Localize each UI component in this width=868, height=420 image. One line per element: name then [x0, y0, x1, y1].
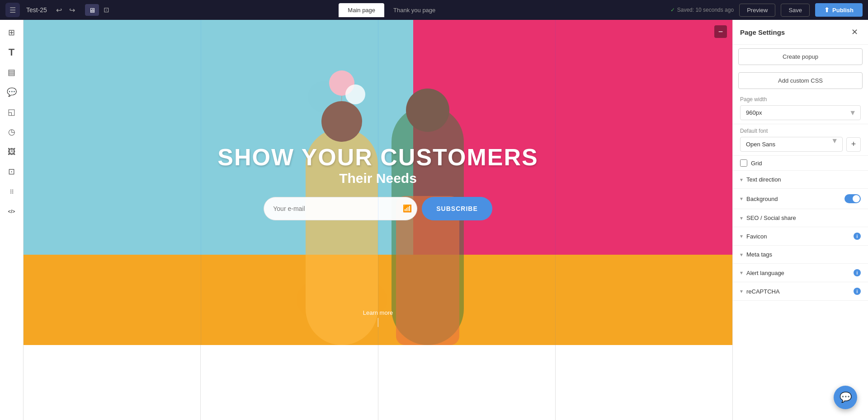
font-select-wrap: Open Sans Roboto Lato ▼	[740, 137, 843, 152]
device-selector: 🖥 ⊡	[85, 4, 113, 16]
recaptcha-section: ▾ reCAPTCHA i	[733, 282, 868, 301]
page-tabs: Main page Thank you page	[118, 3, 666, 17]
favicon-info-icon: i	[854, 233, 861, 240]
alert-language-section: ▾ Alert language i	[733, 264, 868, 282]
redo-button[interactable]: ↪	[66, 4, 78, 16]
preview-button[interactable]: Preview	[739, 4, 775, 17]
recaptcha-header[interactable]: ▾ reCAPTCHA i	[733, 282, 868, 300]
column-4	[556, 345, 732, 420]
meta-tags-header[interactable]: ▾ Meta tags	[733, 246, 868, 263]
panel-title: Page Settings	[740, 28, 785, 36]
sidebar-timer-button[interactable]: ◷	[3, 123, 21, 141]
alert-language-header[interactable]: ▾ Alert language i	[733, 264, 868, 282]
project-name: Test-25	[26, 6, 47, 14]
page-width-select[interactable]: 960px 1200px 1440px	[740, 105, 861, 120]
meta-tags-title: Meta tags	[746, 251, 861, 258]
publish-icon: ⬆	[824, 6, 830, 14]
logo: ☰	[5, 3, 20, 17]
seo-social-section: ▾ SEO / Social share	[733, 209, 868, 227]
canvas-inner: − SHOW YOUR CUSTOMERS Their Needs 📶 SUBS…	[24, 20, 732, 420]
sidebar-layout-button[interactable]: ⊡	[3, 163, 21, 181]
hero-title: SHOW YOUR CUSTOMERS	[24, 145, 732, 170]
text-direction-title: Text direction	[746, 176, 861, 183]
tab-main-page[interactable]: Main page	[339, 3, 384, 17]
add-custom-css-button[interactable]: Add custom CSS	[738, 72, 863, 89]
favicon-title: Favicon	[746, 233, 851, 240]
default-font-section: Default font Open Sans Roboto Lato ▼ +	[733, 124, 868, 156]
alert-language-info-icon: i	[854, 269, 861, 276]
hero-content: SHOW YOUR CUSTOMERS Their Needs 📶 SUBSCR…	[24, 145, 732, 220]
sidebar-sections-button[interactable]: ▤	[3, 63, 21, 81]
main-area: ⊞ T ▤ 💬 ◱ ◷ 🖼 ⊡ ⁞⁞ </>	[0, 20, 868, 420]
alert-language-arrow-icon: ▾	[740, 270, 743, 276]
grid-label: Grid	[751, 160, 762, 167]
chat-icon: 💬	[840, 392, 852, 403]
recaptcha-arrow-icon: ▾	[740, 288, 743, 294]
chat-bubble-button[interactable]: 💬	[834, 386, 857, 409]
sidebar-layers-button[interactable]: ◱	[3, 103, 21, 121]
save-button[interactable]: Save	[781, 4, 810, 17]
page-width-select-wrap: 960px 1200px 1440px ▼	[740, 105, 861, 120]
hero-form: 📶 SUBSCRIBE	[24, 197, 732, 220]
column-2	[201, 345, 378, 420]
text-direction-arrow-icon: ▾	[740, 177, 743, 183]
favicon-section: ▾ Favicon i	[733, 227, 868, 246]
publish-button[interactable]: ⬆ Publish	[815, 3, 863, 17]
default-font-select[interactable]: Open Sans Roboto Lato	[740, 137, 843, 152]
page-canvas: − SHOW YOUR CUSTOMERS Their Needs 📶 SUBS…	[24, 20, 732, 420]
email-input[interactable]	[264, 197, 417, 220]
hero-collapse-button[interactable]: −	[714, 25, 727, 38]
topbar: ☰ Test-25 ↩ ↪ 🖥 ⊡ Main page Thank you pa…	[0, 0, 868, 20]
left-sidebar: ⊞ T ▤ 💬 ◱ ◷ 🖼 ⊡ ⁞⁞ </>	[0, 20, 24, 420]
favicon-arrow-icon: ▾	[740, 233, 743, 239]
default-font-row: Open Sans Roboto Lato ▼ +	[740, 137, 861, 152]
seo-social-arrow-icon: ▾	[740, 215, 743, 221]
meta-tags-arrow-icon: ▾	[740, 252, 743, 258]
background-arrow-icon: ▾	[740, 196, 743, 202]
sidebar-grid-button[interactable]: ⊞	[3, 23, 21, 42]
background-section: ▾ Background	[733, 189, 868, 209]
tablet-device-button[interactable]: ⊡	[100, 4, 113, 16]
email-input-wrap: 📶	[264, 197, 417, 220]
alert-language-title: Alert language	[746, 270, 851, 276]
canvas-area: − SHOW YOUR CUSTOMERS Their Needs 📶 SUBS…	[24, 20, 732, 420]
seo-social-title: SEO / Social share	[746, 215, 861, 221]
background-toggle[interactable]	[844, 194, 861, 203]
hero-section: − SHOW YOUR CUSTOMERS Their Needs 📶 SUBS…	[24, 20, 732, 345]
topbar-actions: ✓ Saved: 10 seconds ago Preview Save ⬆ P…	[670, 3, 863, 17]
text-direction-header[interactable]: ▾ Text direction	[733, 171, 868, 188]
sidebar-comments-button[interactable]: 💬	[3, 83, 21, 101]
default-font-label: Default font	[740, 128, 861, 134]
email-icon: 📶	[403, 204, 412, 213]
text-direction-section: ▾ Text direction	[733, 171, 868, 189]
background-header[interactable]: ▾ Background	[733, 189, 868, 209]
undo-button[interactable]: ↩	[53, 4, 65, 16]
panel-header: Page Settings ✕	[733, 20, 868, 45]
page-width-section: Page width 960px 1200px 1440px ▼	[733, 93, 868, 124]
recaptcha-info-icon: i	[854, 288, 861, 295]
subscribe-button[interactable]: SUBSCRIBE	[422, 197, 492, 220]
desktop-device-button[interactable]: 🖥	[85, 4, 99, 16]
sidebar-embed-button[interactable]: </>	[3, 202, 21, 220]
column-3	[378, 345, 556, 420]
favicon-header[interactable]: ▾ Favicon i	[733, 227, 868, 245]
learn-more-link[interactable]: Learn more	[363, 309, 393, 327]
sidebar-apps-button[interactable]: ⁞⁞	[3, 182, 21, 201]
seo-social-header[interactable]: ▾ SEO / Social share	[733, 209, 868, 227]
saved-indicator: ✓ Saved: 10 seconds ago	[670, 7, 734, 13]
sidebar-image-button[interactable]: 🖼	[3, 143, 21, 161]
page-width-label: Page width	[740, 96, 861, 103]
svg-point-9	[321, 101, 362, 142]
recaptcha-title: reCAPTCHA	[746, 288, 851, 295]
undo-redo-group: ↩ ↪	[53, 4, 78, 16]
hero-subtitle: Their Needs	[24, 171, 732, 186]
tab-thank-you-page[interactable]: Thank you page	[384, 3, 444, 17]
sidebar-text-button[interactable]: T	[3, 43, 21, 61]
right-panel: Page Settings ✕ Create popup Add custom …	[732, 20, 868, 420]
add-font-button[interactable]: +	[846, 137, 861, 152]
create-popup-button[interactable]: Create popup	[738, 48, 863, 65]
svg-point-10	[406, 89, 449, 132]
grid-checkbox[interactable]	[740, 159, 747, 167]
panel-close-button[interactable]: ✕	[849, 26, 861, 38]
meta-tags-section: ▾ Meta tags	[733, 246, 868, 264]
